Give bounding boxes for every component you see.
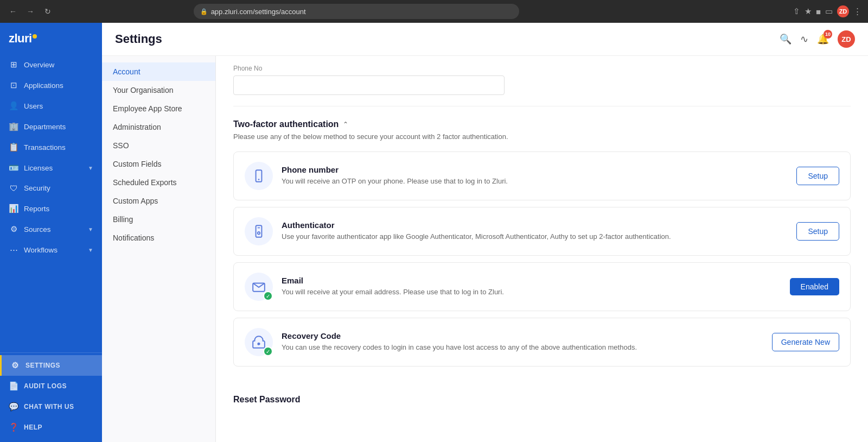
overview-icon: ⊞: [9, 60, 18, 70]
phone-setup-button[interactable]: Setup: [796, 167, 839, 185]
email-enabled-check: ✓: [263, 291, 273, 301]
email-auth-icon: ✓: [245, 273, 273, 301]
phone-input[interactable]: [233, 75, 505, 95]
authenticator-setup-button[interactable]: Setup: [796, 222, 839, 241]
forward-button[interactable]: →: [24, 5, 37, 18]
email-auth-name: Email: [282, 276, 781, 285]
sidebar-item-label: Licenses: [24, 164, 53, 172]
share-icon[interactable]: ⇧: [793, 7, 800, 16]
settings-icon: ⚙: [10, 361, 20, 370]
sidebar-item-help[interactable]: ❓ HELP: [0, 417, 102, 438]
subnav-item-administration[interactable]: Administration: [102, 118, 215, 136]
browser-action-icons: ⇧ ★ ■ ▭ ZD ⋮: [793, 5, 861, 17]
sidebar-item-security[interactable]: 🛡 Security: [0, 178, 102, 198]
sidebar-item-reports[interactable]: 📊 Reports: [0, 198, 102, 219]
browser-user-avatar[interactable]: ZD: [837, 5, 849, 17]
sidebar-item-chat[interactable]: 💬 CHAT WITH US: [0, 396, 102, 417]
phone-auth-info: Phone number You will receive an OTP on …: [282, 165, 788, 186]
authenticator-auth-name: Authenticator: [282, 220, 788, 230]
twofa-section: Two-factor authentication ⌃ Please use a…: [233, 106, 851, 386]
logo[interactable]: zluri: [0, 23, 102, 52]
sidebar-nav: ⊞ Overview ⊡ Applications 👤 Users 🏢 Depa…: [0, 52, 102, 352]
chevron-down-icon: ▼: [88, 226, 93, 232]
licenses-icon: 🪪: [9, 163, 18, 173]
logo-dot: [33, 34, 37, 39]
sidebar-item-label: Workflows: [24, 246, 58, 254]
search-icon[interactable]: 🔍: [780, 33, 792, 45]
email-auth-desc: You will receive at your email address. …: [282, 287, 781, 297]
svg-rect-2: [256, 225, 262, 237]
sidebar-item-licenses[interactable]: 🪪 Licenses ▼: [0, 157, 102, 178]
sidebar-item-label: Departments: [24, 123, 66, 131]
authenticator-auth-info: Authenticator Use your favorite authenti…: [282, 220, 788, 242]
users-icon: 👤: [9, 101, 18, 111]
sidebar-item-audit-logs[interactable]: 📄 AUDIT LOGS: [0, 376, 102, 396]
main-header: Settings 🔍 ∿ 🔔 10 ZD: [102, 23, 868, 56]
sidebar-item-transactions[interactable]: 📋 Transactions: [0, 137, 102, 157]
split-icon[interactable]: ▭: [825, 7, 833, 16]
sidebar: zluri ⊞ Overview ⊡ Applications 👤 Users …: [0, 23, 102, 442]
phone-field-label: Phone No: [233, 65, 851, 72]
sidebar-item-departments[interactable]: 🏢 Departments: [0, 116, 102, 137]
twofa-subtitle: Please use any of the below method to se…: [233, 132, 851, 141]
authenticator-auth-icon: [245, 217, 273, 245]
sidebar-item-label: Transactions: [24, 143, 66, 151]
sidebar-item-sources[interactable]: ⚙ Sources ▼: [0, 219, 102, 239]
recovery-auth-name: Recovery Code: [282, 331, 763, 340]
browser-chrome: ← → ↻ 🔒 app.zluri.com/settings/account ⇧…: [0, 0, 868, 23]
reset-password-section: Reset Password: [233, 386, 851, 405]
sidebar-item-label: SETTINGS: [25, 362, 60, 369]
subnav-item-scheduled-exports[interactable]: Scheduled Exports: [102, 173, 215, 192]
phone-auth-icon: [245, 162, 273, 190]
back-button[interactable]: ←: [7, 5, 20, 18]
main-area: Settings 🔍 ∿ 🔔 10 ZD Account Your Organi…: [102, 23, 868, 442]
refresh-button[interactable]: ↻: [41, 5, 54, 18]
user-avatar[interactable]: ZD: [838, 30, 855, 48]
url-bar[interactable]: 🔒 app.zluri.com/settings/account: [194, 4, 519, 19]
subnav-item-notifications[interactable]: Notifications: [102, 229, 215, 247]
settings-content: Phone No Two-factor authentication ⌃ Ple…: [216, 56, 868, 442]
subnav-item-billing[interactable]: Billing: [102, 210, 215, 229]
sidebar-item-users[interactable]: 👤 Users: [0, 96, 102, 116]
subnav-item-account[interactable]: Account: [102, 62, 215, 81]
chevron-down-icon: ▼: [88, 165, 93, 171]
chat-icon: 💬: [9, 402, 18, 412]
notification-wrapper[interactable]: 🔔 10: [817, 33, 829, 45]
transactions-icon: 📋: [9, 142, 18, 152]
settings-subnav: Account Your Organisation Employee App S…: [102, 56, 216, 442]
sidebar-item-overview[interactable]: ⊞ Overview: [0, 54, 102, 75]
sidebar-item-applications[interactable]: ⊡ Applications: [0, 75, 102, 96]
sidebar-item-settings[interactable]: ⚙ SETTINGS: [0, 355, 102, 376]
auth-method-card-authenticator: Authenticator Use your favorite authenti…: [233, 207, 851, 256]
auth-method-card-recovery: ✓ Recovery Code You can use the recovery…: [233, 318, 851, 367]
audit-logs-icon: 📄: [9, 381, 18, 391]
subnav-item-sso[interactable]: SSO: [102, 136, 215, 155]
sidebar-item-label: Overview: [24, 61, 54, 69]
sidebar-item-label: Reports: [24, 205, 49, 213]
sidebar-item-label: Applications: [24, 81, 63, 90]
app-container: zluri ⊞ Overview ⊡ Applications 👤 Users …: [0, 23, 868, 442]
email-enabled-button[interactable]: Enabled: [790, 278, 839, 295]
header-actions: 🔍 ∿ 🔔 10 ZD: [780, 30, 855, 48]
recovery-auth-desc: You can use the recovery codes to login …: [282, 343, 763, 352]
notification-badge: 10: [824, 30, 832, 39]
sidebar-item-label: Sources: [24, 225, 51, 233]
workflows-icon: ⋯: [9, 245, 18, 255]
recovery-auth-icon: ✓: [245, 328, 273, 356]
sidebar-item-label: CHAT WITH US: [24, 403, 74, 411]
recovery-generate-button[interactable]: Generate New: [772, 333, 839, 351]
security-icon: 🛡: [9, 184, 18, 193]
subnav-item-custom-fields[interactable]: Custom Fields: [102, 155, 215, 173]
sidebar-item-label: HELP: [24, 424, 42, 431]
menu-icon[interactable]: ⋮: [853, 7, 861, 16]
phone-auth-name: Phone number: [282, 165, 788, 174]
subnav-item-custom-apps[interactable]: Custom Apps: [102, 192, 215, 210]
subnav-item-employee-app-store[interactable]: Employee App Store: [102, 99, 215, 118]
subnav-item-organisation[interactable]: Your Organisation: [102, 81, 215, 99]
bookmark-icon[interactable]: ★: [805, 7, 812, 16]
extension-icon[interactable]: ■: [816, 7, 821, 16]
logo-text: zluri: [9, 31, 32, 46]
twofa-collapse-icon[interactable]: ⌃: [343, 121, 348, 128]
sidebar-item-workflows[interactable]: ⋯ Workflows ▼: [0, 239, 102, 260]
feed-icon[interactable]: ∿: [800, 33, 808, 45]
